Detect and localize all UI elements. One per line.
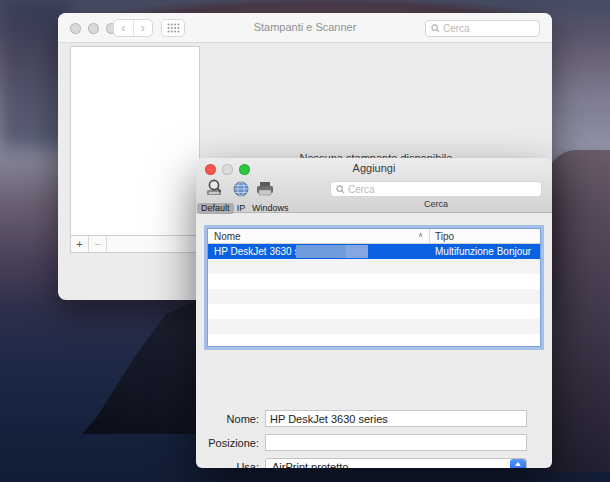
search-input[interactable] (443, 23, 534, 34)
dialog-body: Nome ∧ Tipo HP DeskJet 3630 series Multi… (196, 213, 552, 468)
plus-icon: + (76, 238, 82, 250)
table-row-hp-deskjet[interactable]: HP DeskJet 3630 series Multifunzione Bon… (208, 244, 540, 259)
nome-field[interactable] (265, 410, 527, 427)
dialog-title: Aggiungi (196, 162, 552, 174)
printer-list-panel[interactable] (70, 46, 200, 236)
wallpaper-cliff (544, 150, 610, 472)
sort-ascending-icon: ∧ (418, 231, 423, 239)
form-row-usa: Usa: AirPrint protetto (196, 458, 552, 468)
printer-list-toolbar: + − (70, 236, 200, 253)
column-header-tipo[interactable]: Tipo (435, 231, 454, 242)
dialog-search-field[interactable] (330, 181, 542, 197)
add-printer-button[interactable]: + (71, 236, 89, 252)
usa-popup-button[interactable]: AirPrint protetto (265, 458, 527, 468)
wallpaper-rocks (82, 298, 202, 434)
column-header-nome[interactable]: Nome (214, 231, 241, 242)
usa-selected-value: AirPrint protetto (266, 461, 510, 468)
cell-tipo: Multifunzione Bonjour (435, 246, 531, 257)
minus-icon: − (94, 238, 100, 250)
table-header: Nome ∧ Tipo (208, 229, 540, 244)
posizione-label: Posizione: (196, 437, 259, 449)
printers-titlebar: ‹ › Stampanti e Scanner (58, 13, 552, 43)
search-caption: Cerca (330, 199, 542, 209)
search-icon (336, 185, 345, 194)
empty-row (208, 334, 540, 349)
add-printer-dialog: Aggiungi Default (196, 158, 552, 468)
printer-icon (248, 179, 282, 197)
empty-row (208, 289, 540, 304)
empty-row (208, 274, 540, 289)
redacted-block (346, 245, 368, 258)
remove-printer-button[interactable]: − (89, 236, 107, 252)
form-row-posizione: Posizione: (196, 434, 552, 451)
empty-row (208, 319, 540, 334)
search-icon (431, 24, 440, 33)
column-divider[interactable] (429, 229, 430, 243)
form-row-nome: Nome: (196, 410, 552, 427)
dialog-titlebar: Aggiungi Default (196, 158, 552, 213)
empty-row (208, 304, 540, 319)
printer-table: Nome ∧ Tipo HP DeskJet 3630 series Multi… (207, 228, 541, 347)
redacted-block (296, 245, 346, 258)
nome-label: Nome: (196, 413, 259, 425)
toolbar-item-windows[interactable]: Windows (248, 179, 282, 215)
dialog-search-input[interactable] (348, 184, 536, 195)
usa-label: Usa: (196, 461, 259, 468)
window-search-field[interactable] (425, 20, 540, 37)
empty-row (208, 259, 540, 274)
popup-stepper-icon (510, 459, 526, 468)
posizione-field[interactable] (265, 434, 527, 451)
